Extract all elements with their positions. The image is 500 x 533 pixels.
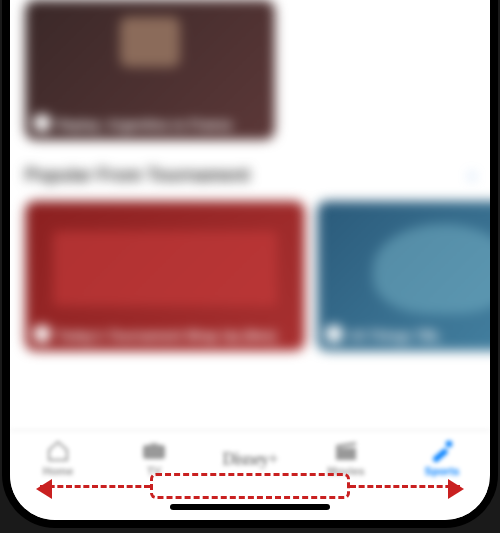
svg-rect-2 xyxy=(433,448,448,462)
play-icon xyxy=(33,114,51,132)
tab-label: Home xyxy=(43,465,74,477)
card-row[interactable]: Today's Tournament Wrap Up (Nov) All Thi… xyxy=(25,201,475,351)
scrollable-content[interactable]: Replay: Argentina vs France Popular From… xyxy=(10,0,490,351)
play-icon xyxy=(325,325,343,343)
card-caption: Today's Tournament Wrap Up (Nov) xyxy=(57,328,276,343)
disney-logo-icon: Disney+ xyxy=(222,439,277,470)
featured-card[interactable]: Replay: Argentina vs France xyxy=(25,0,275,140)
tab-home[interactable]: Home xyxy=(18,439,98,477)
content-card[interactable]: All Things TBL xyxy=(317,201,490,351)
section-header: Popular From Tournament › xyxy=(25,165,475,186)
card-caption: All Things TBL xyxy=(349,328,441,343)
tab-disney[interactable]: Disney+ xyxy=(210,439,290,470)
cricket-icon xyxy=(428,439,456,463)
play-icon xyxy=(33,325,51,343)
section-title: Popular From Tournament xyxy=(25,165,250,186)
clapperboard-icon xyxy=(332,439,360,463)
tab-label: Movies xyxy=(327,465,364,477)
tab-movies[interactable]: Movies xyxy=(306,439,386,477)
tab-label: TV xyxy=(147,465,161,477)
tab-label: Sports xyxy=(425,465,460,477)
home-icon xyxy=(44,439,72,463)
chevron-right-icon[interactable]: › xyxy=(469,165,475,186)
featured-caption: Replay: Argentina vs France xyxy=(57,117,232,132)
tab-sports[interactable]: Sports xyxy=(402,439,482,477)
content-card[interactable]: Today's Tournament Wrap Up (Nov) xyxy=(25,201,305,351)
tab-tv[interactable]: TV xyxy=(114,439,194,477)
svg-point-1 xyxy=(446,441,452,447)
home-indicator[interactable] xyxy=(170,504,330,510)
tv-icon xyxy=(140,439,168,463)
phone-frame: Replay: Argentina vs France Popular From… xyxy=(10,0,490,520)
